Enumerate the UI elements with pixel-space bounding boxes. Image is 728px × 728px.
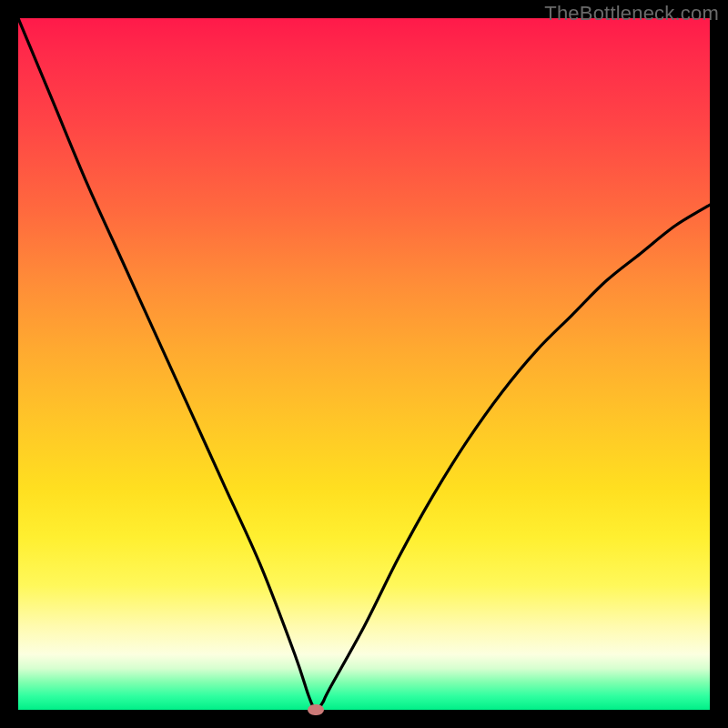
optimal-point-marker — [308, 704, 324, 715]
bottleneck-curve-path — [18, 18, 710, 710]
curve-svg — [18, 18, 710, 710]
watermark-text: TheBottleneck.com — [544, 2, 719, 25]
chart-container: TheBottleneck.com — [0, 0, 728, 728]
